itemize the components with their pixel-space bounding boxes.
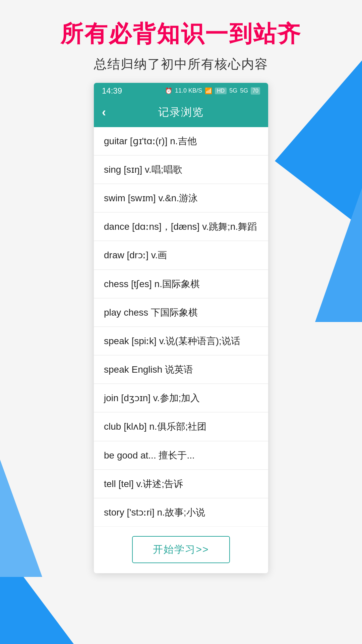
list-item[interactable]: speak [spiːk] v.说(某种语言);说话 bbox=[94, 327, 268, 355]
status-time: 14:39 bbox=[102, 86, 122, 96]
list-item[interactable]: club [klʌb] n.俱乐部;社团 bbox=[94, 413, 268, 440]
battery-icon: 70 bbox=[251, 87, 260, 95]
hd-badge: HD bbox=[215, 88, 227, 94]
sub-title: 总结归纳了初中所有核心内容 bbox=[0, 56, 362, 73]
list-item[interactable]: dance [dɑːns]，[dæns] v.跳舞;n.舞蹈 bbox=[94, 213, 268, 240]
signal-4g: 5G bbox=[229, 87, 237, 94]
list-item[interactable]: guitar [ɡɪ'tɑː(r)] n.吉他 bbox=[94, 127, 268, 155]
list-item[interactable]: draw [drɔː] v.画 bbox=[94, 241, 268, 269]
list-item[interactable]: speak English 说英语 bbox=[94, 356, 268, 383]
word-list: guitar [ɡɪ'tɑː(r)] n.吉他sing [sɪŋ] v.唱;唱歌… bbox=[94, 127, 268, 527]
bottom-area: 开始学习>> bbox=[94, 526, 268, 573]
alarm-icon: ⏰ bbox=[165, 87, 172, 95]
back-button[interactable]: ‹ bbox=[102, 106, 106, 118]
list-item[interactable]: play chess 下国际象棋 bbox=[94, 299, 268, 326]
list-item[interactable]: join [dʒɔɪn] v.参加;加入 bbox=[94, 384, 268, 412]
bg-shape-right-top bbox=[275, 60, 362, 228]
speed-text: 11.0 KB/S bbox=[175, 87, 202, 94]
list-item[interactable]: tell [tel] v.讲述;告诉 bbox=[94, 470, 268, 498]
phone-mockup: 14:39 ⏰ 11.0 KB/S 📶 HD 5G 5G 70 ‹ 记录浏览 g… bbox=[94, 83, 268, 574]
bg-shape-left-mid bbox=[0, 460, 60, 577]
list-item[interactable]: chess [tʃes] n.国际象棋 bbox=[94, 270, 268, 298]
main-title: 所有必背知识一到站齐 bbox=[0, 20, 362, 48]
nav-title: 记录浏览 bbox=[158, 105, 204, 120]
nav-bar: ‹ 记录浏览 bbox=[94, 99, 268, 127]
start-learning-button[interactable]: 开始学习>> bbox=[132, 536, 230, 563]
status-bar: 14:39 ⏰ 11.0 KB/S 📶 HD 5G 5G 70 bbox=[94, 83, 268, 99]
wifi-icon: 📶 bbox=[205, 87, 212, 95]
signal-5g: 5G bbox=[240, 87, 248, 94]
list-item[interactable]: be good at... 擅长于... bbox=[94, 441, 268, 469]
list-item[interactable]: swim [swɪm] v.&n.游泳 bbox=[94, 184, 268, 212]
battery-level: 70 bbox=[252, 88, 258, 94]
list-item[interactable]: story ['stɔːri] n.故事;小说 bbox=[94, 498, 268, 526]
status-icons: ⏰ 11.0 KB/S 📶 HD 5G 5G 70 bbox=[165, 87, 260, 95]
list-item[interactable]: sing [sɪŋ] v.唱;唱歌 bbox=[94, 156, 268, 183]
page-header: 所有必背知识一到站齐 总结归纳了初中所有核心内容 bbox=[0, 0, 362, 83]
